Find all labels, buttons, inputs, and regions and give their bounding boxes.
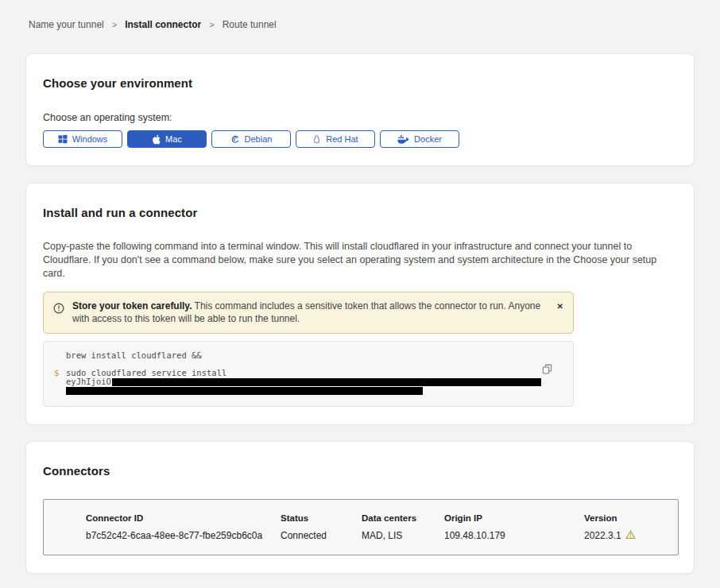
shell-prompt: $ — [54, 369, 59, 377]
choose-environment-title: Choose your environment — [43, 76, 677, 90]
column-header-version: Version — [584, 513, 678, 523]
docker-icon — [397, 135, 409, 144]
tunnel-setup-page: Name your tunnel > Install connector > R… — [0, 0, 720, 588]
os-button-label: Docker — [414, 134, 442, 144]
breadcrumb-item-route-tunnel[interactable]: Route tunnel — [223, 19, 277, 30]
os-button-group: Windows Mac Debian — [43, 130, 677, 148]
warning-bold-text: Store your token carefully. — [72, 300, 192, 311]
os-button-docker[interactable]: Docker — [380, 130, 459, 148]
status-badge: Connected — [281, 530, 362, 542]
os-button-mac[interactable]: Mac — [127, 130, 207, 148]
redacted-token-bar — [66, 387, 423, 395]
table-header-row: Connector ID Status Data centers Origin … — [86, 513, 678, 523]
code-line-2: $ sudo cloudflared service install — [66, 369, 541, 377]
choose-environment-card: Choose your environment Choose an operat… — [25, 53, 695, 166]
os-button-label: Windows — [72, 134, 108, 144]
column-header-origin-ip: Origin IP — [444, 513, 584, 523]
breadcrumb-item-install-connector[interactable]: Install connector — [125, 19, 201, 30]
data-centers-value: MAD, LIS — [362, 530, 444, 542]
os-button-windows[interactable]: Windows — [43, 130, 122, 148]
origin-ip-value: 109.48.10.179 — [444, 530, 584, 542]
os-button-label: Mac — [165, 134, 182, 144]
token-prefix-text: eyJhIjoiO — [66, 377, 111, 386]
os-button-redhat[interactable]: Red Hat — [296, 130, 375, 148]
breadcrumb-separator: > — [112, 20, 117, 29]
install-connector-title: Install and run a connector — [43, 206, 677, 219]
copy-icon[interactable] — [542, 364, 552, 377]
redacted-token-bar — [112, 378, 541, 386]
connectors-title: Connectors — [43, 464, 677, 478]
alert-circle-icon — [53, 303, 64, 318]
debian-icon — [230, 134, 240, 144]
column-header-data-centers: Data centers — [362, 513, 444, 523]
install-command-code-block: brew install cloudflared && $ sudo cloud… — [43, 341, 574, 407]
os-button-debian[interactable]: Debian — [211, 130, 291, 148]
breadcrumb: Name your tunnel > Install connector > R… — [0, 0, 720, 30]
install-connector-card: Install and run a connector Copy-paste t… — [25, 183, 695, 425]
code-line-token-continued — [66, 386, 541, 395]
warning-triangle-icon — [625, 530, 636, 542]
operating-system-label: Choose an operating system: — [43, 112, 677, 123]
token-warning-banner: Store your token carefully. This command… — [43, 292, 574, 334]
table-row: b7c52c42-6caa-48ee-8c77-fbe259cb6c0a Con… — [86, 530, 678, 542]
connector-id-value: b7c52c42-6caa-48ee-8c77-fbe259cb6c0a — [86, 530, 281, 542]
column-header-connector-id: Connector ID — [86, 513, 281, 523]
connectors-table: Connector ID Status Data centers Origin … — [43, 499, 679, 555]
close-icon[interactable]: ✕ — [557, 303, 563, 311]
breadcrumb-separator: > — [209, 20, 214, 29]
os-button-label: Red Hat — [326, 134, 358, 144]
code-line-token: eyJhIjoiO — [66, 377, 541, 386]
code-line-1: brew install cloudflared && — [66, 351, 541, 360]
version-text: 2022.3.1 — [584, 530, 621, 541]
breadcrumb-item-name-your-tunnel[interactable]: Name your tunnel — [29, 19, 104, 30]
connectors-card: Connectors Connector ID Status Data cent… — [25, 441, 695, 574]
redhat-icon — [312, 134, 321, 145]
os-button-label: Debian — [245, 134, 273, 144]
version-value: 2022.3.1 — [584, 530, 678, 542]
install-description: Copy-paste the following command into a … — [43, 240, 675, 280]
column-header-status: Status — [281, 513, 362, 523]
apple-icon — [152, 134, 161, 145]
windows-icon — [58, 134, 68, 144]
code-text: brew install cloudflared && — [66, 350, 202, 360]
